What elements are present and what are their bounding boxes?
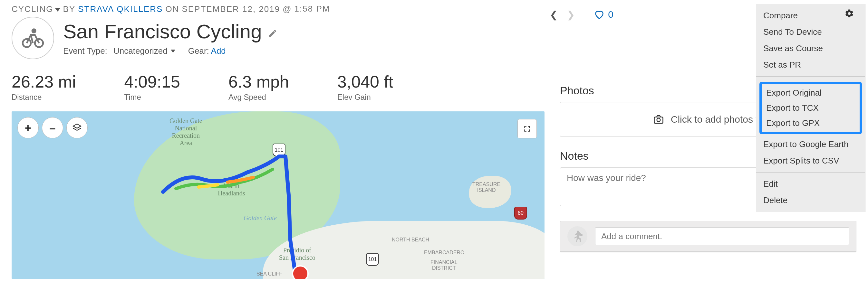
map-layers-button[interactable] [66, 117, 88, 138]
stat-avg-speed: 6.3 mph Avg Speed [228, 72, 289, 102]
menu-item-export-google-earth[interactable]: Export to Google Earth [756, 136, 865, 153]
settings-dropdown: Compare Send To Device Save as Course Se… [756, 4, 865, 212]
map-label-north-beach: NORTH BEACH [392, 237, 429, 243]
stats-row: 26.23 mi Distance 4:09:15 Time 6.3 mph A… [11, 72, 545, 102]
gear-label: Gear: [188, 46, 209, 56]
svg-point-4 [657, 118, 660, 122]
menu-item-export-splits-csv[interactable]: Export Splits to CSV [756, 153, 865, 169]
activity-time[interactable]: 1:58 PM [294, 4, 330, 14]
map-view[interactable]: Golden Gate National Recreation Area Mar… [11, 111, 545, 279]
activity-cycling-icon [11, 17, 54, 59]
menu-item-delete[interactable]: Delete [756, 192, 865, 208]
menu-item-edit[interactable]: Edit [756, 176, 865, 192]
svg-point-1 [35, 39, 43, 47]
like-count: 0 [608, 9, 614, 20]
breadcrumb: CYCLING BY STRAVA QKILLERS ON SEPTEMBER … [11, 4, 545, 14]
chevron-down-icon [171, 50, 175, 53]
map-label-ggra: Golden Gate National Recreation Area [169, 117, 202, 147]
stat-distance: 26.23 mi Distance [11, 72, 76, 102]
map-label-treasure: TREASURE ISLAND [472, 182, 500, 193]
event-type-dropdown[interactable]: Event Type: Uncategorized [63, 46, 175, 56]
on-label: ON [165, 4, 179, 14]
activity-date: SEPTEMBER 12, 2019 [182, 4, 280, 14]
menu-item-set-as-pr[interactable]: Set as PR [756, 57, 865, 73]
map-label-embarcadero: EMBARCADERO [424, 250, 464, 256]
menu-item-save-as-course[interactable]: Save as Course [756, 40, 865, 57]
add-gear-link[interactable]: Add [211, 46, 226, 56]
svg-point-2 [32, 29, 35, 33]
map-label-sea-cliff: SEA CLIFF [256, 271, 282, 277]
prev-activity-button[interactable]: ❮ [550, 9, 558, 20]
map-hwy-101-shield: 101 [366, 253, 379, 266]
map-label-golden-gate: Golden Gate [244, 215, 277, 222]
map-hwy-101-shield: 101 [273, 143, 285, 156]
next-activity-button[interactable]: ❯ [567, 9, 575, 20]
comment-input[interactable] [595, 227, 849, 245]
map-zoom-out-button[interactable]: – [42, 117, 63, 138]
page-title: San Francisco Cycling [63, 20, 277, 43]
map-fullscreen-button[interactable] [518, 119, 537, 138]
activity-type-dropdown[interactable]: CYCLING [11, 4, 61, 14]
stat-time: 4:09:15 Time [124, 72, 180, 102]
menu-item-export-gpx[interactable]: Export to GPX [762, 116, 860, 131]
chevron-down-icon [55, 8, 61, 11]
menu-item-export-tcx[interactable]: Export to TCX [762, 100, 860, 116]
by-label: BY [63, 4, 76, 14]
like-button[interactable]: 0 [594, 9, 614, 20]
svg-point-0 [23, 39, 31, 47]
map-zoom-in-button[interactable]: + [18, 117, 39, 138]
map-label-marin: Marin Headlands [218, 182, 245, 197]
menu-item-export-original[interactable]: Export Original [762, 85, 860, 100]
author-link[interactable]: STRAVA QKILLERS [78, 4, 163, 14]
photos-cta-label: Click to add photos to [671, 114, 764, 125]
comment-bar [560, 221, 857, 252]
highlighted-export-group: Export Original Export to TCX Export to … [760, 82, 862, 134]
map-label-financial: FINANCIAL DISTRICT [430, 259, 458, 271]
runner-icon [567, 226, 587, 246]
edit-title-icon[interactable] [268, 20, 277, 43]
settings-gear-button[interactable] [842, 6, 857, 21]
stat-elev-gain: 3,040 ft Elev Gain [337, 72, 393, 102]
map-hwy-80-shield: 80 [514, 207, 527, 220]
menu-item-send-to-device[interactable]: Send To Device [756, 24, 865, 40]
map-label-presidio: Presidio of San Francisco [279, 247, 315, 261]
